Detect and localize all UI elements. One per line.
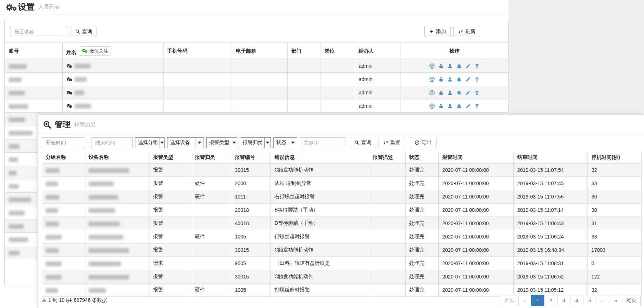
end-time-input[interactable]: [91, 137, 133, 148]
page-item-3[interactable]: 3: [557, 295, 571, 306]
lock-icon[interactable]: [438, 103, 444, 109]
cell-downtime-seconds: 63: [588, 230, 642, 244]
person-query-button[interactable]: 查询: [71, 26, 97, 37]
page-item-5[interactable]: 5: [583, 295, 596, 306]
universal-access-icon[interactable]: [429, 103, 435, 109]
user-icon[interactable]: [447, 103, 453, 109]
cell-end-time: 2019-03-15 11:06:43: [514, 217, 588, 230]
row-action-buttons: [404, 103, 505, 109]
pencil-icon[interactable]: [465, 77, 471, 82]
cell-status: 处理完: [406, 257, 439, 270]
redacted-text: [89, 208, 115, 213]
add-button[interactable]: 添加: [424, 26, 451, 37]
trash-icon[interactable]: [474, 103, 480, 109]
cell-position: [321, 59, 355, 73]
bell-icon[interactable]: [456, 77, 462, 82]
trash-icon[interactable]: [474, 77, 480, 82]
cell-phone: [164, 86, 232, 99]
bell-icon[interactable]: [456, 103, 462, 109]
alarm-query-button[interactable]: 查询: [350, 137, 376, 148]
person-toolbar: 查询 添加 刷新: [5, 20, 508, 43]
alarm-col-header-8: 报警时间: [439, 151, 514, 164]
alarm-type-select[interactable]: 报警类型: [206, 137, 237, 148]
cell-status: 处理完: [406, 177, 439, 190]
cell-alarm-description: [369, 164, 406, 177]
page-item-...[interactable]: ...: [596, 295, 609, 306]
redacted-text: [9, 64, 27, 69]
cell-account: [5, 99, 63, 113]
keyword-input[interactable]: [300, 137, 345, 148]
user-icon[interactable]: [447, 90, 453, 95]
employee-name-input[interactable]: [10, 26, 67, 37]
cell-email: [232, 59, 288, 73]
bell-icon[interactable]: [456, 63, 462, 69]
page-item-尾页[interactable]: 尾页: [622, 295, 641, 306]
page-item-1[interactable]: 1: [531, 295, 545, 306]
device-select[interactable]: 选择设备: [167, 137, 204, 148]
start-time-input[interactable]: [42, 137, 84, 148]
redacted-text: [89, 275, 129, 280]
record-count-summary: 从 1 到 10 /共 687946 条数据: [42, 297, 107, 304]
alarm-panel-header: 管理 报警历史: [38, 115, 644, 134]
export-button[interactable]: 导出: [410, 137, 437, 148]
col-header-account: 账号: [5, 43, 63, 59]
universal-access-icon[interactable]: [429, 90, 435, 95]
cell-downtime-seconds: 122: [588, 270, 642, 284]
trash-icon[interactable]: [474, 90, 480, 95]
alarm-col-header-7: 状态: [406, 151, 439, 164]
universal-access-icon[interactable]: [429, 63, 435, 69]
trash-icon[interactable]: [474, 63, 480, 69]
cell-alarm-description: [369, 270, 406, 284]
cell-alarm-time: 2020-07-11 00:00:00: [439, 244, 514, 257]
page-item-»[interactable]: »: [609, 295, 622, 306]
status-select[interactable]: 状态: [273, 137, 297, 148]
bell-icon[interactable]: [456, 90, 462, 95]
cell-status: 处理完: [406, 204, 439, 217]
alarm-col-header-3: 报警归类: [191, 151, 231, 164]
cell-alarm-type: 报警: [149, 164, 191, 177]
lock-icon[interactable]: [438, 77, 444, 82]
refresh-button[interactable]: 刷新: [453, 26, 480, 37]
person-table-row: admin: [5, 59, 509, 73]
cell-error-message: C触发功能机动作: [271, 270, 369, 284]
user-icon[interactable]: [447, 77, 453, 82]
alarm-col-header-0: 分组名称: [42, 151, 85, 164]
page-item-4[interactable]: 4: [570, 295, 583, 306]
page-item-首页[interactable]: 首页: [500, 295, 519, 306]
cell-device-name: [85, 217, 149, 230]
chevron-down-icon: [231, 138, 237, 148]
plus-icon: [429, 29, 434, 34]
redacted-text: [9, 197, 31, 202]
pencil-icon[interactable]: [465, 103, 471, 109]
cell-alarm-code: 1011: [231, 190, 271, 204]
pencil-icon[interactable]: [465, 90, 471, 95]
person-table-row: admin: [5, 73, 509, 86]
cell-alarm-code: 20018: [231, 204, 271, 217]
wechat-icon: [66, 103, 72, 109]
lock-icon[interactable]: [438, 90, 444, 95]
group-select[interactable]: 选择分组: [135, 137, 165, 148]
redacted-text: [89, 195, 118, 200]
pencil-icon[interactable]: [465, 63, 471, 69]
alarm-category-select[interactable]: 报警归类: [240, 137, 271, 148]
wechat-follow-badge[interactable]: 微信关注: [79, 46, 111, 56]
page-item-2[interactable]: 2: [544, 295, 558, 306]
reset-button[interactable]: 重置: [379, 137, 405, 148]
cell-alarm-category: [191, 270, 231, 284]
universal-access-icon[interactable]: [429, 77, 435, 82]
alarm-col-header-10: 停机时间(秒): [588, 151, 642, 164]
cell-alarm-category: [191, 217, 231, 230]
cell-alarm-type: 报警: [149, 230, 191, 244]
cell-handler: admin: [355, 73, 401, 86]
page-item-«[interactable]: «: [518, 295, 532, 306]
cell-end-time: 2019-03-15 11:08:31: [514, 257, 588, 270]
redacted-text: [9, 224, 24, 229]
lock-icon[interactable]: [438, 63, 444, 69]
cell-email: [232, 73, 288, 86]
user-icon[interactable]: [447, 63, 453, 69]
cell-actions: [401, 73, 509, 86]
alarm-subtitle: 报警历史: [74, 121, 96, 128]
cell-position: [321, 99, 355, 113]
cell-account: [5, 73, 63, 86]
person-table-row: admin: [5, 99, 509, 113]
